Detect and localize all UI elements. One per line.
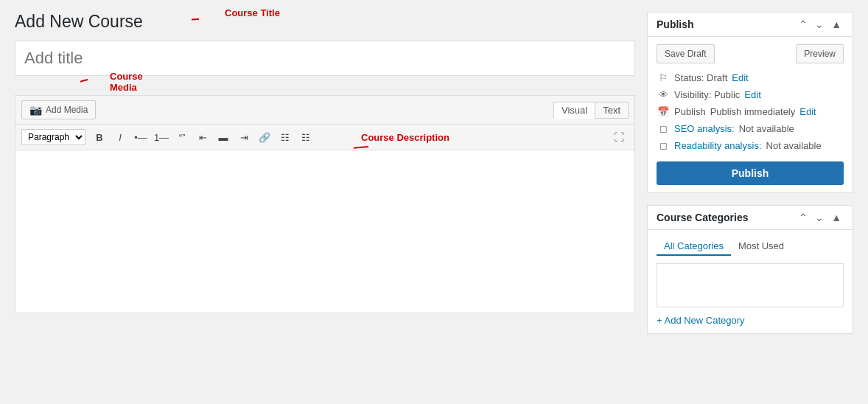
editor-view-tabs: Visual Text [553,102,629,119]
preview-button[interactable]: Preview [796,44,844,63]
categories-collapse-up[interactable]: ⌃ [797,212,810,223]
ordered-list-button[interactable]: 1— [152,128,171,146]
course-desc-annotation: Course Description [361,132,449,143]
publish-actions: Save Draft Preview [657,44,844,63]
visibility-text: Visibility: Public [674,89,740,100]
align-center-button[interactable]: ▬ [214,128,233,146]
categories-collapse-hide[interactable]: ▲ [829,212,844,223]
add-media-button[interactable]: 📷 Add Media [21,100,96,119]
tab-visual[interactable]: Visual [553,102,595,119]
editor-area[interactable] [15,150,634,313]
seo-icon: ◻ [657,123,670,134]
editor-toolbar: Paragraph Heading 1 Heading 2 Heading 3 … [15,125,634,150]
status-text: Status: Draft [674,72,727,83]
seo-row: ◻ SEO analysis: Not available [657,123,844,134]
visibility-row: 👁 Visibility: Public Edit [657,89,844,100]
course-title-annotation: Course Title [225,7,280,18]
course-media-annotation: Course Media [110,71,143,93]
sidebar: Publish ⌃ ⌄ ▲ Save Draft Preview ⚐ Statu… [647,12,853,392]
publish-box: Publish ⌃ ⌄ ▲ Save Draft Preview ⚐ Statu… [647,12,853,193]
readability-analysis-link[interactable]: Readability analysis: [674,140,762,151]
publish-button[interactable]: Publish [657,161,844,185]
italic-button[interactable]: I [111,128,130,146]
page-title: Add New Course [15,12,635,32]
readability-row: ◻ Readability analysis: Not available [657,140,844,151]
categories-header-controls: ⌃ ⌄ ▲ [797,212,844,223]
publish-collapse-hide[interactable]: ▲ [829,18,844,30]
add-media-icon: 📷 [29,104,42,116]
publish-box-content: Save Draft Preview ⚐ Status: Draft Edit … [648,37,853,192]
table-button[interactable]: ☷ [276,128,295,146]
course-desc-arrow [354,143,442,180]
publish-time-edit-link[interactable]: Edit [799,106,816,117]
link-button[interactable]: 🔗 [255,128,274,146]
visibility-edit-link[interactable]: Edit [744,89,760,100]
tab-most-used[interactable]: Most Used [731,237,791,256]
tab-text[interactable]: Text [595,102,629,119]
publish-box-header: Publish ⌃ ⌄ ▲ [648,13,853,37]
fullscreen-button[interactable]: ⛶ [609,128,629,146]
seo-status: Not available [739,123,794,134]
calendar-icon: 📅 [657,106,670,117]
bold-button[interactable]: B [90,128,109,146]
categories-box-title: Course Categories [657,212,748,223]
status-row: ⚐ Status: Draft Edit [657,72,844,83]
visibility-icon: 👁 [657,89,670,100]
readability-icon: ◻ [657,140,670,151]
more-options-button[interactable]: ☷ [296,128,315,146]
course-title-input[interactable] [15,41,635,76]
unordered-list-button[interactable]: •— [131,128,150,146]
categories-list[interactable] [657,263,844,307]
status-icon: ⚐ [657,72,670,83]
categories-box-content: All Categories Most Used + Add New Categ… [648,230,853,333]
status-edit-link[interactable]: Edit [732,72,748,83]
add-new-category-link[interactable]: + Add New Category [657,315,745,326]
categories-box: Course Categories ⌃ ⌄ ▲ All Categories M… [647,205,853,334]
readability-status: Not available [766,140,822,151]
editor-wrapper: Course Media 📷 Add Media [15,95,635,313]
publish-time-text: Publish immediately [710,106,796,117]
tab-all-categories[interactable]: All Categories [657,237,731,256]
categories-tabs: All Categories Most Used [657,237,844,256]
editor-top-bar: Course Media 📷 Add Media [15,96,634,125]
publish-time-prefix: Publish [674,106,706,117]
align-right-button[interactable]: ⇥ [234,128,253,146]
format-select[interactable]: Paragraph Heading 1 Heading 2 Heading 3 [21,129,85,145]
save-draft-button[interactable]: Save Draft [657,44,715,63]
publish-collapse-down[interactable]: ⌄ [813,18,826,30]
blockquote-button[interactable]: “” [172,128,192,146]
categories-collapse-down[interactable]: ⌄ [813,212,826,223]
add-media-label: Add Media [46,105,88,115]
publish-header-controls: ⌃ ⌄ ▲ [797,18,844,30]
seo-analysis-link[interactable]: SEO analysis: [674,123,735,134]
publish-collapse-up[interactable]: ⌃ [797,18,810,30]
publish-box-title: Publish [657,18,694,30]
categories-box-header: Course Categories ⌃ ⌄ ▲ [648,206,853,230]
align-left-button[interactable]: ⇤ [193,128,212,146]
publish-time-row: 📅 Publish Publish immediately Edit [657,106,844,117]
